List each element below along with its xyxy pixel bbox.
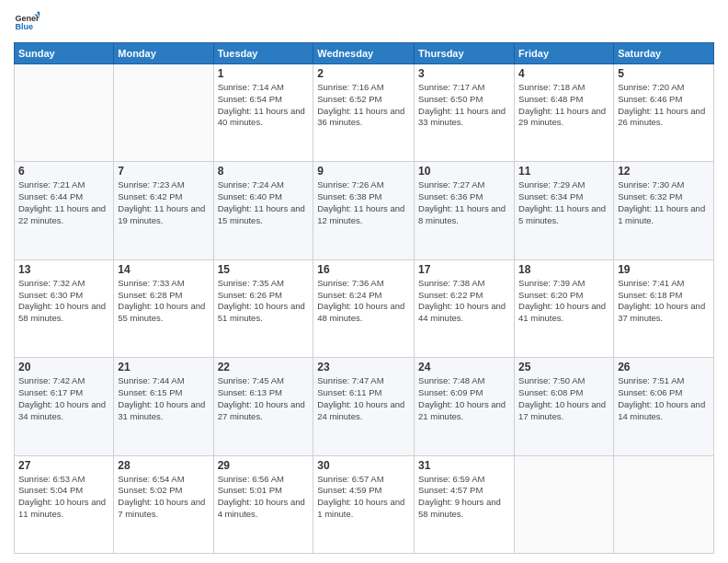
calendar-cell: 21Sunrise: 7:44 AM Sunset: 6:15 PM Dayli… (114, 358, 213, 455)
day-number: 8 (218, 165, 310, 178)
calendar-cell (614, 455, 714, 553)
day-number: 14 (118, 263, 209, 276)
day-info: Sunrise: 7:17 AM Sunset: 6:50 PM Dayligh… (418, 82, 510, 129)
calendar-cell: 3Sunrise: 7:17 AM Sunset: 6:50 PM Daylig… (415, 64, 515, 162)
calendar-cell: 31Sunrise: 6:59 AM Sunset: 4:57 PM Dayli… (415, 455, 515, 553)
day-info: Sunrise: 7:51 AM Sunset: 6:06 PM Dayligh… (618, 375, 710, 422)
calendar-cell: 23Sunrise: 7:47 AM Sunset: 6:11 PM Dayli… (313, 358, 415, 455)
logo: General Blue (14, 9, 40, 35)
weekday-header-thursday: Thursday (415, 43, 515, 64)
day-info: Sunrise: 7:32 AM Sunset: 6:30 PM Dayligh… (18, 278, 109, 325)
week-row-1: 1Sunrise: 7:14 AM Sunset: 6:54 PM Daylig… (15, 64, 714, 162)
week-row-4: 20Sunrise: 7:42 AM Sunset: 6:17 PM Dayli… (15, 358, 714, 455)
calendar-cell: 26Sunrise: 7:51 AM Sunset: 6:06 PM Dayli… (614, 358, 714, 455)
weekday-header-sunday: Sunday (15, 43, 114, 64)
weekday-header-tuesday: Tuesday (213, 43, 313, 64)
day-info: Sunrise: 7:44 AM Sunset: 6:15 PM Dayligh… (118, 375, 209, 422)
weekday-header-row: SundayMondayTuesdayWednesdayThursdayFrid… (15, 43, 714, 64)
day-info: Sunrise: 6:56 AM Sunset: 5:01 PM Dayligh… (218, 474, 310, 521)
calendar-cell: 9Sunrise: 7:26 AM Sunset: 6:38 PM Daylig… (313, 162, 415, 259)
day-number: 17 (418, 263, 510, 276)
calendar-cell: 2Sunrise: 7:16 AM Sunset: 6:52 PM Daylig… (313, 64, 415, 162)
day-number: 7 (118, 165, 209, 178)
day-number: 13 (18, 263, 109, 276)
day-number: 11 (518, 165, 609, 178)
day-info: Sunrise: 7:29 AM Sunset: 6:34 PM Dayligh… (518, 179, 609, 226)
calendar-cell: 4Sunrise: 7:18 AM Sunset: 6:48 PM Daylig… (515, 64, 614, 162)
day-info: Sunrise: 7:36 AM Sunset: 6:24 PM Dayligh… (317, 278, 410, 325)
calendar-cell: 20Sunrise: 7:42 AM Sunset: 6:17 PM Dayli… (15, 358, 114, 455)
day-number: 15 (218, 263, 310, 276)
day-number: 5 (618, 67, 710, 80)
calendar-cell (114, 64, 213, 162)
calendar-cell: 10Sunrise: 7:27 AM Sunset: 6:36 PM Dayli… (415, 162, 515, 259)
day-number: 22 (218, 361, 310, 373)
day-number: 30 (317, 459, 410, 472)
day-info: Sunrise: 7:48 AM Sunset: 6:09 PM Dayligh… (418, 375, 510, 422)
day-info: Sunrise: 7:24 AM Sunset: 6:40 PM Dayligh… (218, 179, 310, 226)
day-info: Sunrise: 6:57 AM Sunset: 4:59 PM Dayligh… (317, 474, 410, 521)
day-number: 28 (118, 459, 209, 472)
day-number: 31 (418, 459, 510, 472)
day-info: Sunrise: 7:33 AM Sunset: 6:28 PM Dayligh… (118, 278, 209, 325)
day-number: 3 (418, 67, 510, 80)
day-info: Sunrise: 7:20 AM Sunset: 6:46 PM Dayligh… (618, 82, 710, 129)
day-number: 26 (618, 361, 710, 373)
day-info: Sunrise: 6:59 AM Sunset: 4:57 PM Dayligh… (418, 474, 510, 521)
day-number: 27 (18, 459, 109, 472)
day-number: 18 (518, 263, 609, 276)
svg-text:Blue: Blue (15, 22, 33, 31)
day-info: Sunrise: 7:30 AM Sunset: 6:32 PM Dayligh… (618, 179, 710, 226)
calendar-table: SundayMondayTuesdayWednesdayThursdayFrid… (14, 42, 714, 554)
page-header: General Blue (14, 9, 714, 35)
calendar-cell: 17Sunrise: 7:38 AM Sunset: 6:22 PM Dayli… (415, 259, 515, 357)
calendar-cell: 30Sunrise: 6:57 AM Sunset: 4:59 PM Dayli… (313, 455, 415, 553)
day-info: Sunrise: 7:26 AM Sunset: 6:38 PM Dayligh… (317, 179, 410, 226)
day-number: 1 (218, 67, 310, 80)
calendar-cell: 1Sunrise: 7:14 AM Sunset: 6:54 PM Daylig… (213, 64, 313, 162)
calendar-cell (515, 455, 614, 553)
day-info: Sunrise: 7:35 AM Sunset: 6:26 PM Dayligh… (218, 278, 310, 325)
day-info: Sunrise: 7:18 AM Sunset: 6:48 PM Dayligh… (518, 82, 609, 129)
calendar-cell: 25Sunrise: 7:50 AM Sunset: 6:08 PM Dayli… (515, 358, 614, 455)
day-number: 6 (18, 165, 109, 178)
week-row-3: 13Sunrise: 7:32 AM Sunset: 6:30 PM Dayli… (15, 259, 714, 357)
day-info: Sunrise: 6:53 AM Sunset: 5:04 PM Dayligh… (18, 474, 109, 521)
calendar-cell: 15Sunrise: 7:35 AM Sunset: 6:26 PM Dayli… (213, 259, 313, 357)
day-number: 9 (317, 165, 410, 178)
day-info: Sunrise: 7:39 AM Sunset: 6:20 PM Dayligh… (518, 278, 609, 325)
calendar-cell: 22Sunrise: 7:45 AM Sunset: 6:13 PM Dayli… (213, 358, 313, 455)
calendar-cell: 13Sunrise: 7:32 AM Sunset: 6:30 PM Dayli… (15, 259, 114, 357)
day-info: Sunrise: 7:23 AM Sunset: 6:42 PM Dayligh… (118, 179, 209, 226)
calendar-cell: 11Sunrise: 7:29 AM Sunset: 6:34 PM Dayli… (515, 162, 614, 259)
calendar-cell: 12Sunrise: 7:30 AM Sunset: 6:32 PM Dayli… (614, 162, 714, 259)
calendar-cell (15, 64, 114, 162)
day-number: 16 (317, 263, 410, 276)
calendar-cell: 8Sunrise: 7:24 AM Sunset: 6:40 PM Daylig… (213, 162, 313, 259)
calendar-cell: 16Sunrise: 7:36 AM Sunset: 6:24 PM Dayli… (313, 259, 415, 357)
calendar-cell: 28Sunrise: 6:54 AM Sunset: 5:02 PM Dayli… (114, 455, 213, 553)
day-number: 10 (418, 165, 510, 178)
calendar-cell: 29Sunrise: 6:56 AM Sunset: 5:01 PM Dayli… (213, 455, 313, 553)
day-info: Sunrise: 7:42 AM Sunset: 6:17 PM Dayligh… (18, 375, 109, 422)
day-info: Sunrise: 7:50 AM Sunset: 6:08 PM Dayligh… (518, 375, 609, 422)
calendar-cell: 24Sunrise: 7:48 AM Sunset: 6:09 PM Dayli… (415, 358, 515, 455)
day-info: Sunrise: 7:47 AM Sunset: 6:11 PM Dayligh… (317, 375, 410, 422)
day-number: 21 (118, 361, 209, 373)
weekday-header-saturday: Saturday (614, 43, 714, 64)
day-number: 24 (418, 361, 510, 373)
day-number: 25 (518, 361, 609, 373)
calendar-cell: 5Sunrise: 7:20 AM Sunset: 6:46 PM Daylig… (614, 64, 714, 162)
weekday-header-wednesday: Wednesday (313, 43, 415, 64)
day-number: 29 (218, 459, 310, 472)
week-row-5: 27Sunrise: 6:53 AM Sunset: 5:04 PM Dayli… (15, 455, 714, 553)
calendar-cell: 14Sunrise: 7:33 AM Sunset: 6:28 PM Dayli… (114, 259, 213, 357)
weekday-header-monday: Monday (114, 43, 213, 64)
day-info: Sunrise: 7:38 AM Sunset: 6:22 PM Dayligh… (418, 278, 510, 325)
calendar-cell: 7Sunrise: 7:23 AM Sunset: 6:42 PM Daylig… (114, 162, 213, 259)
day-number: 19 (618, 263, 710, 276)
weekday-header-friday: Friday (515, 43, 614, 64)
day-number: 23 (317, 361, 410, 373)
day-number: 20 (18, 361, 109, 373)
week-row-2: 6Sunrise: 7:21 AM Sunset: 6:44 PM Daylig… (15, 162, 714, 259)
